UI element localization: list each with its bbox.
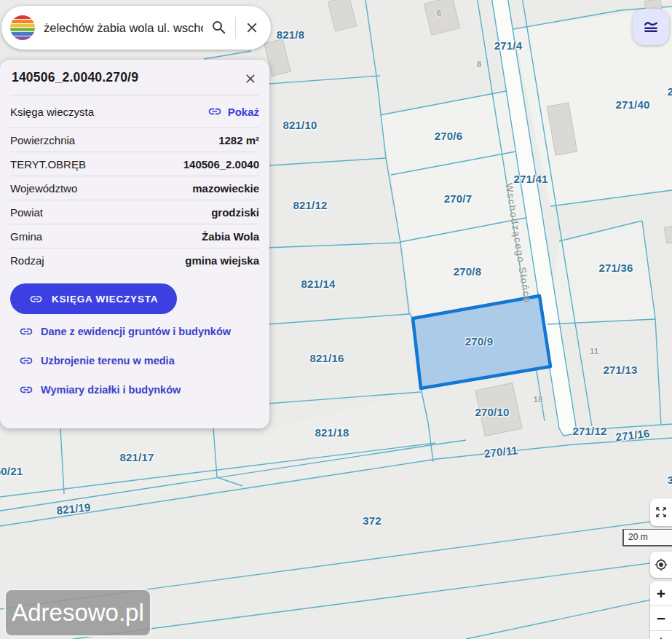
link-label: Uzbrojenie terenu w media xyxy=(41,355,175,366)
row-label: Powiat xyxy=(10,206,43,219)
close-icon xyxy=(244,20,260,36)
panel-header: 140506_2.0040.270/9 xyxy=(0,60,269,95)
fullscreen-icon xyxy=(655,505,668,520)
row-label: Księga wieczysta xyxy=(10,106,94,118)
link-uzbrojenie-terenu[interactable]: Uzbrojenie terenu w media xyxy=(19,346,269,375)
parcel-id-title: 140506_2.0040.270/9 xyxy=(12,70,138,85)
link-dane-ewidencja[interactable]: Dane z ewidencji gruntów i budynków xyxy=(19,317,269,346)
panel-close-button[interactable] xyxy=(242,70,259,87)
parcel-info-panel: 140506_2.0040.270/9 Księga wieczysta Pok… xyxy=(0,60,269,428)
link-label: Dane z ewidencji gruntów i budynków xyxy=(41,326,231,337)
parcel-label-271-4[interactable]: 271/4 xyxy=(494,39,523,52)
my-location-icon xyxy=(655,557,668,572)
parcel-label-821-14[interactable]: 821/14 xyxy=(301,278,335,290)
adresowo-logo-icon xyxy=(10,15,35,40)
zoom-in-button[interactable]: + xyxy=(650,581,672,605)
parcel-label-271-40[interactable]: 271/40 xyxy=(615,98,649,111)
search-button[interactable] xyxy=(205,13,234,42)
parcel-label-271-36[interactable]: 271/36 xyxy=(598,262,633,274)
search-icon xyxy=(210,19,228,36)
row-value: Żabia Wola xyxy=(202,230,259,243)
info-row-gmina: Gmina Żabia Wola xyxy=(0,224,269,248)
scale-label: 20 m xyxy=(628,532,648,542)
row-label: Gmina xyxy=(10,230,42,243)
show-kw-label: Pokaż xyxy=(228,106,259,118)
row-label: TERYT.OBRĘB xyxy=(10,158,86,170)
info-row-wojewodztwo: Województwo mazowieckie xyxy=(0,176,269,200)
info-row-ksiega-wieczysta: Księga wieczysta Pokaż xyxy=(0,95,269,128)
parcel-label-271-13[interactable]: 271/13 xyxy=(603,364,637,376)
adresowo-watermark: Adresowo.pl xyxy=(4,589,151,637)
compass-north-button[interactable]: ▲ xyxy=(650,631,672,639)
row-value: gmina wiejska xyxy=(185,254,259,267)
parcel-label-821-18[interactable]: 821/18 xyxy=(315,426,349,439)
link-icon xyxy=(19,383,33,397)
info-row-rodzaj: Rodzaj gmina wiejska xyxy=(0,248,269,272)
search-input[interactable] xyxy=(42,20,205,36)
link-icon xyxy=(19,353,33,368)
parcel-label-270-8[interactable]: 270/8 xyxy=(454,265,482,278)
row-label: Powierzchnia xyxy=(10,134,75,146)
link-icon xyxy=(19,324,33,339)
show-kw-link[interactable]: Pokaż xyxy=(207,104,259,119)
info-row-powiat: Powiat grodziski xyxy=(0,200,269,224)
map-style-icon xyxy=(641,17,660,36)
parcel-label-271-12[interactable]: 271/12 xyxy=(572,425,606,437)
cadastral-map-app: 821/8821/10821/12821/14821/16821/18821/1… xyxy=(0,0,672,639)
parcel-label-271-41[interactable]: 271/41 xyxy=(513,173,548,185)
map-style-button[interactable] xyxy=(633,9,669,45)
zoom-out-button[interactable]: − xyxy=(650,606,672,630)
search-bar-divider xyxy=(235,17,236,39)
parcel-label-821-17[interactable]: 821/17 xyxy=(119,451,154,463)
row-value: 140506_2.0040 xyxy=(183,158,259,170)
info-row-teryt: TERYT.OBRĘB 140506_2.0040 xyxy=(0,152,269,176)
search-bar xyxy=(1,6,271,50)
link-wymiary-dzialki[interactable]: Wymiary działki i budynków xyxy=(19,375,269,404)
link-icon xyxy=(29,292,43,306)
row-value: 1282 m² xyxy=(218,134,259,146)
close-icon xyxy=(243,71,258,86)
row-label: Województwo xyxy=(10,182,77,195)
ksiega-wieczysta-button-label: KSIĘGA WIECZYSTA xyxy=(52,294,158,305)
parcel-label-270-10[interactable]: 270/10 xyxy=(475,406,509,418)
zoom-controls: + − ▲ xyxy=(650,581,672,639)
parcel-label-270-7[interactable]: 270/7 xyxy=(444,192,473,205)
link-label: Wymiary działki i budynków xyxy=(41,384,181,396)
row-value: mazowieckie xyxy=(192,182,259,195)
parcel-label-821-16[interactable]: 821/16 xyxy=(309,352,344,364)
clear-search-button[interactable] xyxy=(237,13,266,42)
scale-bar: 20 m xyxy=(622,529,672,546)
row-label: Rodzaj xyxy=(10,254,44,267)
parcel-label-270-6[interactable]: 270/6 xyxy=(435,130,463,142)
row-value: grodziski xyxy=(211,206,259,219)
parcel-label-821-12[interactable]: 821/12 xyxy=(293,199,327,211)
parcel-label-821-8[interactable]: 821/8 xyxy=(277,28,305,41)
parcel-label-2[interactable]: 2 xyxy=(668,85,672,98)
locate-button[interactable] xyxy=(650,552,672,578)
parcel-label-50-21[interactable]: 50/21 xyxy=(0,465,23,477)
info-row-powierzchnia: Powierzchnia 1282 m² xyxy=(0,128,269,152)
link-icon xyxy=(207,104,222,119)
parcel-label-372[interactable]: 372 xyxy=(363,514,382,527)
fullscreen-button[interactable] xyxy=(650,498,672,526)
parcel-label-3[interactable]: 3 xyxy=(668,474,672,486)
ksiega-wieczysta-button[interactable]: KSIĘGA WIECZYSTA xyxy=(10,283,177,314)
parcel-label-270-9[interactable]: 270/9 xyxy=(465,335,494,348)
parcel-label-821-10[interactable]: 821/10 xyxy=(282,119,317,131)
